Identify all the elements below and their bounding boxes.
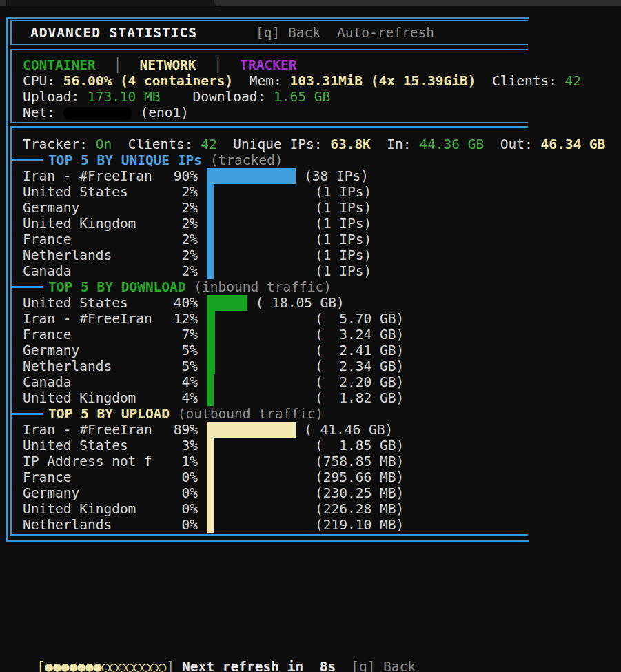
chart-row: France0%(295.66 MB) xyxy=(23,469,528,485)
cpu-stats-line: CPU: 56.00% (4 containers) Mem: 103.31Mi… xyxy=(23,73,528,89)
cpu-stat-segment: 56.00% (4 containers) xyxy=(63,73,234,89)
chart-row-country: United States xyxy=(23,184,160,200)
chart-row: Canada2%(1 IPs) xyxy=(23,263,528,279)
tracker-stat-segment: 44.36 GB xyxy=(419,136,484,152)
chart-row: Germany0%(230.25 MB) xyxy=(23,485,528,501)
chart-row: Netherlands0%(219.10 MB) xyxy=(23,517,528,533)
chart-row-country: Germany xyxy=(23,200,160,216)
net-interface-line: Net: (eno1) xyxy=(23,105,528,121)
tab-tracker[interactable]: TRACKER xyxy=(240,57,296,73)
chart-row-value: (1 IPs) xyxy=(315,232,371,247)
chart-row-bar xyxy=(207,216,214,232)
chart-top-5-by-download: TOP 5 BY DOWNLOAD (inbound traffic)Unite… xyxy=(23,279,528,406)
chart-row-bar xyxy=(207,469,214,485)
chart-section-header: TOP 5 BY DOWNLOAD (inbound traffic) xyxy=(23,279,528,295)
chart-row-percent: 2% xyxy=(160,247,198,263)
chart-row-value: (226.28 MB) xyxy=(315,501,404,517)
transfer-stat-segment: 1.65 GB xyxy=(274,89,330,105)
transfer-stat-segment: 173.10 MB xyxy=(88,89,161,105)
auto-refresh-toggle[interactable]: Auto-refresh xyxy=(337,21,434,44)
tracker-stat-segment: Clients: xyxy=(112,136,201,152)
tracker-stat-segment: In: xyxy=(371,136,419,152)
cpu-stat-segment: Clients: xyxy=(476,73,564,89)
chart-row-bar-cell: (1 IPs) xyxy=(207,184,528,200)
transfer-stat-segment: Download: xyxy=(161,89,274,105)
chart-row-bar-cell: ( 1.82 GB) xyxy=(207,390,528,406)
tab-separator: │ xyxy=(214,57,223,73)
chart-row-value: ( 2.34 GB) xyxy=(315,358,404,374)
chart-row-bar-cell: ( 2.41 GB) xyxy=(207,343,528,358)
chart-row-percent: 90% xyxy=(160,168,198,184)
chart-row-value: ( 2.20 GB) xyxy=(315,374,404,390)
tab-bar: CONTAINER│NETWORK│TRACKER xyxy=(23,57,528,73)
tab-network[interactable]: NETWORK xyxy=(139,57,196,73)
tracker-stat-segment: 46.34 GB xyxy=(540,136,605,152)
tracker-stat-segment: 42 xyxy=(201,136,216,152)
terminal-tab-bar xyxy=(0,0,621,6)
chart-row-percent: 2% xyxy=(160,263,198,279)
tracker-stat-segment: 63.8K xyxy=(330,136,371,152)
chart-row-bar xyxy=(207,311,215,327)
net-stat-segment: (eno1) xyxy=(132,105,189,121)
chart-row-bar xyxy=(207,374,214,390)
chart-row-bar-cell: ( 18.05 GB) xyxy=(207,295,528,311)
chart-row-bar-cell: (1 IPs) xyxy=(207,263,528,279)
tab-bar-corner xyxy=(0,0,6,6)
chart-row-value: (1 IPs) xyxy=(315,216,371,232)
chart-row-value: (1 IPs) xyxy=(315,263,371,279)
cpu-stat-segment: 42 xyxy=(565,73,581,89)
tab-separator: │ xyxy=(114,57,122,73)
chart-row-country: United Kingdom xyxy=(23,216,160,232)
chart-row-bar-cell: ( 3.24 GB) xyxy=(207,327,528,343)
chart-row-country: Germany xyxy=(23,485,160,501)
charts-container: TOP 5 BY UNIQUE IPs (tracked)Iran - #Fre… xyxy=(23,152,528,533)
transfer-stats-line: Upload: 173.10 MB Download: 1.65 GB xyxy=(23,89,528,105)
chart-row: Iran - #FreeIran90%(38 IPs) xyxy=(23,168,528,184)
chart-row-percent: 12% xyxy=(160,311,198,327)
chart-row-bar xyxy=(207,390,214,406)
chart-row-bar xyxy=(207,358,215,374)
chart-row: France7%( 3.24 GB) xyxy=(23,327,528,343)
cpu-stat-segment: Mem: xyxy=(233,73,289,89)
chart-row-country: United States xyxy=(23,295,160,311)
chart-row-percent: 2% xyxy=(160,232,198,247)
chart-row-bar-cell: ( 5.70 GB) xyxy=(207,311,528,327)
chart-row: Canada4%( 2.20 GB) xyxy=(23,374,528,390)
chart-row-percent: 5% xyxy=(160,358,198,374)
chart-row-percent: 5% xyxy=(160,343,198,358)
chart-row: United Kingdom2%(1 IPs) xyxy=(23,216,528,232)
chart-section-header: TOP 5 BY UPLOAD (outbound traffic) xyxy=(23,406,528,422)
back-key-hint[interactable]: [q] Back xyxy=(256,21,320,44)
chart-row: United Kingdom0%(226.28 MB) xyxy=(23,501,528,517)
chart-row-value: ( 3.24 GB) xyxy=(315,327,404,343)
chart-row-value: ( 2.41 GB) xyxy=(315,343,404,358)
chart-row-bar xyxy=(207,454,214,469)
refresh-progress-dots: ●●●●●●●○○○○○○○○ xyxy=(45,659,166,672)
chart-row-bar xyxy=(207,184,214,200)
tracker-stat-segment: On xyxy=(96,136,112,152)
chart-row: Iran - #FreeIran89%( 41.46 GB) xyxy=(23,422,528,438)
tracker-stat-segment: Out: xyxy=(484,136,540,152)
refresh-status-bar: [●●●●●●●○○○○○○○○]Next refresh in 8s[q] B… xyxy=(21,643,416,661)
chart-row-country: France xyxy=(23,232,160,247)
chart-row-bar-cell: (1 IPs) xyxy=(207,247,528,263)
chart-row-bar-cell: (226.28 MB) xyxy=(207,501,528,517)
chart-row-value: ( 1.82 GB) xyxy=(315,390,404,406)
chart-row-value: (758.85 MB) xyxy=(315,454,404,469)
chart-row-value: (38 IPs) xyxy=(304,168,369,184)
chart-row: Netherlands2%(1 IPs) xyxy=(23,247,528,263)
chart-row-bar xyxy=(207,200,214,216)
chart-subtitle: (outbound traffic) xyxy=(170,406,323,422)
chart-title: TOP 5 BY DOWNLOAD xyxy=(48,279,186,295)
chart-row: Germany2%(1 IPs) xyxy=(23,200,528,216)
back-key-hint-footer[interactable]: [q] Back xyxy=(351,659,416,672)
chart-row-bar xyxy=(207,232,214,247)
tab-bar-inactive-area xyxy=(214,0,621,6)
chart-row-country: Netherlands xyxy=(23,247,160,263)
chart-row-bar-cell: (758.85 MB) xyxy=(207,454,528,469)
chart-row: United States3%( 1.85 GB) xyxy=(23,438,528,454)
progress-bracket-open: [ xyxy=(37,659,45,672)
tab-container[interactable]: CONTAINER xyxy=(23,57,96,73)
chart-row-value: (219.10 MB) xyxy=(315,517,404,533)
chart-row-percent: 2% xyxy=(160,184,198,200)
